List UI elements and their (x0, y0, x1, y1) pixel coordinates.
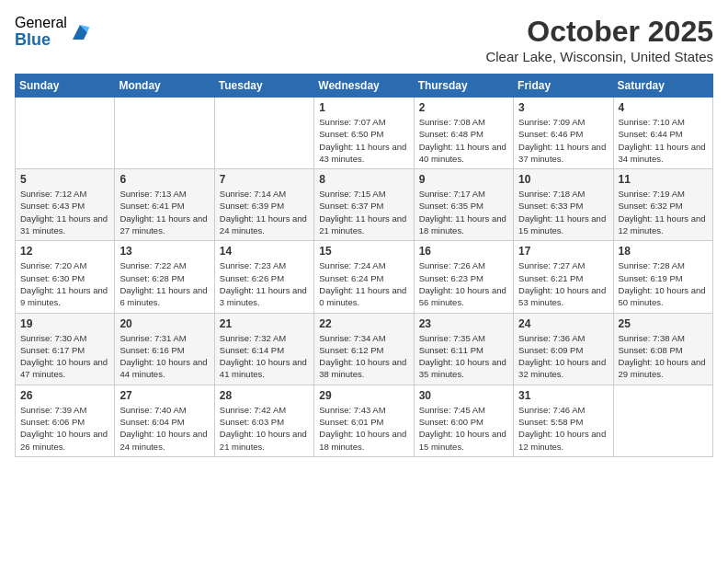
title-section: October 2025 Clear Lake, Wisconsin, Unit… (485, 15, 713, 64)
calendar-week-row: 26Sunrise: 7:39 AM Sunset: 6:06 PM Dayli… (16, 385, 713, 456)
logo-blue: Blue (15, 31, 67, 50)
day-number: 25 (619, 317, 708, 330)
table-row: 28Sunrise: 7:42 AM Sunset: 6:03 PM Dayli… (214, 385, 313, 456)
month-title: October 2025 (485, 15, 713, 49)
day-info: Sunrise: 7:26 AM Sunset: 6:23 PM Dayligh… (419, 259, 508, 308)
table-row: 19Sunrise: 7:30 AM Sunset: 6:17 PM Dayli… (16, 313, 115, 385)
table-row (115, 98, 214, 169)
logo-general: General (15, 15, 67, 31)
day-number: 18 (619, 245, 708, 258)
day-info: Sunrise: 7:30 AM Sunset: 6:17 PM Dayligh… (20, 332, 109, 381)
day-info: Sunrise: 7:36 AM Sunset: 6:09 PM Dayligh… (518, 332, 608, 381)
table-row: 23Sunrise: 7:35 AM Sunset: 6:11 PM Dayli… (414, 313, 513, 385)
logo-text: General Blue (15, 15, 67, 49)
table-row: 1Sunrise: 7:07 AM Sunset: 6:50 PM Daylig… (314, 98, 414, 169)
day-info: Sunrise: 7:10 AM Sunset: 6:44 PM Dayligh… (619, 116, 708, 165)
day-info: Sunrise: 7:31 AM Sunset: 6:16 PM Dayligh… (119, 332, 209, 381)
calendar-week-row: 5Sunrise: 7:12 AM Sunset: 6:43 PM Daylig… (16, 169, 713, 241)
day-number: 31 (518, 389, 608, 402)
table-row: 31Sunrise: 7:46 AM Sunset: 5:58 PM Dayli… (514, 385, 613, 456)
day-number: 3 (518, 101, 608, 114)
day-number: 23 (419, 317, 508, 330)
day-number: 15 (319, 245, 408, 258)
day-info: Sunrise: 7:08 AM Sunset: 6:48 PM Dayligh… (419, 116, 508, 165)
day-number: 17 (518, 245, 608, 258)
col-tuesday: Tuesday (214, 75, 313, 98)
day-number: 13 (119, 245, 209, 258)
table-row: 26Sunrise: 7:39 AM Sunset: 6:06 PM Dayli… (16, 385, 115, 456)
day-info: Sunrise: 7:12 AM Sunset: 6:43 PM Dayligh… (20, 188, 109, 236)
calendar-header-row: Sunday Monday Tuesday Wednesday Thursday… (16, 75, 713, 98)
day-number: 6 (119, 173, 209, 186)
day-info: Sunrise: 7:13 AM Sunset: 6:41 PM Dayligh… (119, 188, 209, 236)
day-number: 29 (319, 389, 408, 402)
col-saturday: Saturday (613, 75, 712, 98)
day-info: Sunrise: 7:40 AM Sunset: 6:04 PM Dayligh… (119, 404, 209, 453)
table-row: 22Sunrise: 7:34 AM Sunset: 6:12 PM Dayli… (314, 313, 414, 385)
day-info: Sunrise: 7:22 AM Sunset: 6:28 PM Dayligh… (119, 259, 209, 308)
table-row: 27Sunrise: 7:40 AM Sunset: 6:04 PM Dayli… (115, 385, 214, 456)
col-monday: Monday (115, 75, 214, 98)
table-row (16, 98, 115, 169)
table-row: 17Sunrise: 7:27 AM Sunset: 6:21 PM Dayli… (514, 241, 613, 313)
col-thursday: Thursday (414, 75, 513, 98)
day-info: Sunrise: 7:28 AM Sunset: 6:19 PM Dayligh… (619, 259, 708, 308)
logo-icon (69, 21, 91, 43)
day-number: 10 (518, 173, 608, 186)
table-row: 8Sunrise: 7:15 AM Sunset: 6:37 PM Daylig… (314, 169, 414, 241)
table-row: 20Sunrise: 7:31 AM Sunset: 6:16 PM Dayli… (115, 313, 214, 385)
day-number: 27 (119, 389, 209, 402)
table-row: 4Sunrise: 7:10 AM Sunset: 6:44 PM Daylig… (613, 98, 712, 169)
table-row: 10Sunrise: 7:18 AM Sunset: 6:33 PM Dayli… (514, 169, 613, 241)
day-info: Sunrise: 7:07 AM Sunset: 6:50 PM Dayligh… (319, 116, 408, 165)
day-info: Sunrise: 7:27 AM Sunset: 6:21 PM Dayligh… (518, 259, 608, 308)
day-number: 26 (20, 389, 109, 402)
table-row: 25Sunrise: 7:38 AM Sunset: 6:08 PM Dayli… (613, 313, 712, 385)
day-number: 8 (319, 173, 408, 186)
day-info: Sunrise: 7:09 AM Sunset: 6:46 PM Dayligh… (518, 116, 608, 165)
header: General Blue October 2025 Clear Lake, Wi… (15, 15, 713, 64)
calendar-week-row: 12Sunrise: 7:20 AM Sunset: 6:30 PM Dayli… (16, 241, 713, 313)
day-number: 4 (619, 101, 708, 114)
col-friday: Friday (514, 75, 613, 98)
day-number: 12 (20, 245, 109, 258)
table-row: 21Sunrise: 7:32 AM Sunset: 6:14 PM Dayli… (214, 313, 313, 385)
table-row: 29Sunrise: 7:43 AM Sunset: 6:01 PM Dayli… (314, 385, 414, 456)
day-number: 14 (220, 245, 309, 258)
table-row: 2Sunrise: 7:08 AM Sunset: 6:48 PM Daylig… (414, 98, 513, 169)
table-row: 7Sunrise: 7:14 AM Sunset: 6:39 PM Daylig… (214, 169, 313, 241)
table-row: 3Sunrise: 7:09 AM Sunset: 6:46 PM Daylig… (514, 98, 613, 169)
table-row (613, 385, 712, 456)
calendar-week-row: 1Sunrise: 7:07 AM Sunset: 6:50 PM Daylig… (16, 98, 713, 169)
day-number: 7 (220, 173, 309, 186)
day-number: 21 (220, 317, 309, 330)
day-info: Sunrise: 7:15 AM Sunset: 6:37 PM Dayligh… (319, 188, 408, 236)
day-info: Sunrise: 7:17 AM Sunset: 6:35 PM Dayligh… (419, 188, 508, 236)
day-info: Sunrise: 7:23 AM Sunset: 6:26 PM Dayligh… (220, 259, 309, 308)
location: Clear Lake, Wisconsin, United States (485, 49, 713, 64)
day-number: 24 (518, 317, 608, 330)
day-info: Sunrise: 7:32 AM Sunset: 6:14 PM Dayligh… (220, 332, 309, 381)
table-row (214, 98, 313, 169)
table-row: 18Sunrise: 7:28 AM Sunset: 6:19 PM Dayli… (613, 241, 712, 313)
day-number: 2 (419, 101, 508, 114)
table-row: 30Sunrise: 7:45 AM Sunset: 6:00 PM Dayli… (414, 385, 513, 456)
logo: General Blue (15, 15, 91, 49)
col-wednesday: Wednesday (314, 75, 414, 98)
table-row: 11Sunrise: 7:19 AM Sunset: 6:32 PM Dayli… (613, 169, 712, 241)
col-sunday: Sunday (16, 75, 115, 98)
calendar-container: General Blue October 2025 Clear Lake, Wi… (0, 0, 728, 563)
table-row: 13Sunrise: 7:22 AM Sunset: 6:28 PM Dayli… (115, 241, 214, 313)
calendar-table: Sunday Monday Tuesday Wednesday Thursday… (15, 74, 713, 457)
day-info: Sunrise: 7:42 AM Sunset: 6:03 PM Dayligh… (220, 404, 309, 453)
day-info: Sunrise: 7:18 AM Sunset: 6:33 PM Dayligh… (518, 188, 608, 236)
day-info: Sunrise: 7:46 AM Sunset: 5:58 PM Dayligh… (518, 404, 608, 453)
day-number: 19 (20, 317, 109, 330)
day-number: 11 (619, 173, 708, 186)
table-row: 24Sunrise: 7:36 AM Sunset: 6:09 PM Dayli… (514, 313, 613, 385)
day-info: Sunrise: 7:43 AM Sunset: 6:01 PM Dayligh… (319, 404, 408, 453)
day-number: 28 (220, 389, 309, 402)
day-number: 9 (419, 173, 508, 186)
table-row: 15Sunrise: 7:24 AM Sunset: 6:24 PM Dayli… (314, 241, 414, 313)
day-info: Sunrise: 7:38 AM Sunset: 6:08 PM Dayligh… (619, 332, 708, 381)
